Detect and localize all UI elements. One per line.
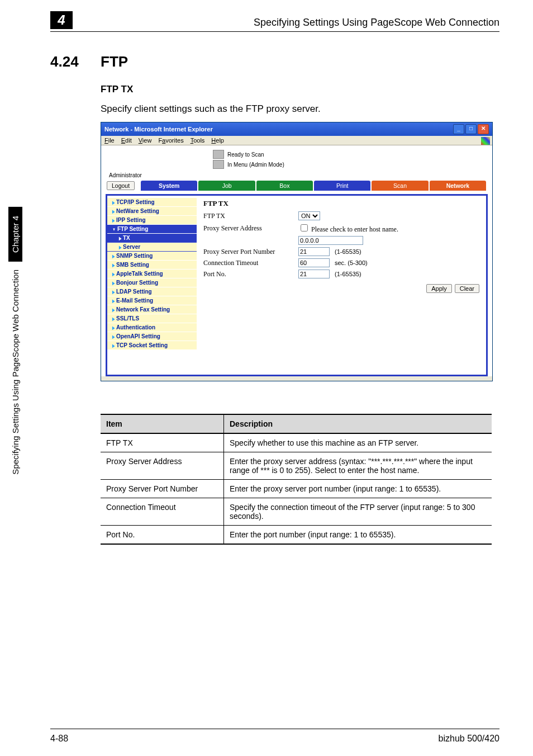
side-vertical: Chapter 4 Specifying Settings Using Page… [7, 207, 23, 520]
window-titlebar: Network - Microsoft Internet Explorer _ … [101, 122, 492, 136]
status-ready: Ready to Scan [227, 152, 264, 158]
tab-scan[interactable]: Scan [372, 181, 428, 191]
section-number: 4.24 [50, 53, 79, 70]
footer-rule [50, 729, 499, 729]
close-icon[interactable]: ✕ [478, 124, 489, 134]
intro-text: Specify client settings such as the FTP … [101, 103, 321, 115]
browser-menubar: File Edit View Favorites Tools Help [101, 136, 492, 145]
table-row: Proxy Server Port Number Enter the proxy… [101, 480, 492, 498]
ftptx-label: FTP TX [203, 212, 298, 220]
nav-auth[interactable]: Authentication [107, 323, 197, 332]
tab-job[interactable]: Job [198, 181, 255, 191]
menu-help[interactable]: Help [211, 137, 224, 144]
menu-view[interactable]: View [139, 137, 152, 144]
ftptx-select[interactable]: ON [298, 211, 320, 220]
proxyport-input[interactable] [298, 247, 330, 256]
apply-button[interactable]: Apply [426, 284, 452, 293]
portno-range: (1-65535) [335, 271, 361, 277]
ie-logo-icon [481, 137, 490, 145]
cell-desc: Enter the proxy server port number (inpu… [224, 480, 492, 498]
tab-bar: Logout System Job Box Print Scan Network [101, 178, 492, 194]
status-mode: In Menu (Admin Mode) [227, 162, 284, 168]
proxyaddr-input[interactable] [298, 236, 363, 245]
conntimeout-input[interactable] [298, 258, 330, 267]
table-row: Port No. Enter the port number (input ra… [101, 526, 492, 545]
maximize-icon[interactable]: □ [465, 124, 477, 134]
right-pane: FTP TX FTP TX ON Proxy Server Address [197, 196, 486, 375]
nav-ftp[interactable]: FTP Setting [107, 225, 197, 234]
scanner-icon [213, 150, 224, 159]
footer-page: 4-88 [50, 734, 68, 744]
th-item: Item [101, 414, 224, 433]
header-rule [50, 31, 499, 32]
nav-snmp[interactable]: SNMP Setting [107, 252, 197, 261]
side-title: Specifying Settings Using PageScope Web … [8, 265, 22, 479]
tab-system[interactable]: System [141, 181, 197, 191]
footer-model: bizhub 500/420 [439, 734, 499, 744]
proxyaddr-label: Proxy Server Address [203, 224, 298, 233]
cell-item: Proxy Server Address [101, 452, 224, 480]
hostname-label: Please check to enter host name. [311, 225, 398, 233]
cell-desc: Specify whether to use this machine as a… [224, 433, 492, 452]
nav-email[interactable]: E-Mail Setting [107, 296, 197, 305]
window-title: Network - Microsoft Internet Explorer [104, 126, 213, 133]
left-nav: TCP/IP Setting NetWare Setting IPP Setti… [107, 196, 197, 375]
tab-network[interactable]: Network [430, 181, 486, 191]
side-chapter: Chapter 4 [8, 207, 22, 262]
clear-button[interactable]: Clear [455, 284, 479, 293]
cell-desc: Enter the port number (input range: 1 to… [224, 526, 492, 545]
section-title: FTP [101, 53, 128, 70]
nav-ftp-server[interactable]: Server [107, 243, 197, 252]
nav-tcpsock[interactable]: TCP Socket Setting [107, 341, 197, 350]
nav-ssl[interactable]: SSL/TLS [107, 314, 197, 323]
description-table: Item Description FTP TX Specify whether … [101, 414, 492, 545]
cell-desc: Specify the connection timeout of the FT… [224, 498, 492, 526]
nav-appletalk[interactable]: AppleTalk Setting [107, 270, 197, 278]
table-row: FTP TX Specify whether to use this machi… [101, 433, 492, 452]
browser-window: Network - Microsoft Internet Explorer _ … [101, 122, 493, 381]
menu-file[interactable]: File [104, 137, 115, 144]
menu-edit[interactable]: Edit [121, 137, 132, 144]
nav-ldap[interactable]: LDAP Setting [107, 287, 197, 296]
cell-item: Port No. [101, 526, 224, 545]
conntimeout-label: Connection Timeout [203, 259, 298, 267]
main-pane: TCP/IP Setting NetWare Setting IPP Setti… [106, 194, 488, 376]
admin-label: Administrator [101, 169, 492, 178]
nav-netfax[interactable]: Network Fax Setting [107, 305, 197, 314]
nav-netware[interactable]: NetWare Setting [107, 207, 197, 216]
proxyport-range: (1-65535) [335, 248, 361, 255]
logout-button[interactable]: Logout [107, 181, 135, 190]
proxyport-label: Proxy Server Port Number [203, 248, 298, 256]
chapter-tab: 4 [50, 11, 73, 29]
th-desc: Description [224, 414, 492, 433]
nav-smb[interactable]: SMB Setting [107, 261, 197, 270]
form-title: FTP TX [203, 199, 479, 208]
cell-item: Proxy Server Port Number [101, 480, 224, 498]
nav-openapi[interactable]: OpenAPI Setting [107, 332, 197, 341]
menu-favorites[interactable]: Favorites [158, 137, 183, 144]
portno-label: Port No. [203, 270, 298, 278]
table-row: Connection Timeout Specify the connectio… [101, 498, 492, 526]
nav-bonjour[interactable]: Bonjour Setting [107, 278, 197, 287]
menu-tools[interactable]: Tools [191, 137, 205, 144]
conntimeout-range: sec. (5-300) [335, 259, 368, 266]
hostname-checkbox[interactable] [301, 224, 308, 231]
portno-input[interactable] [298, 270, 330, 278]
chapter-header: Specifying Settings Using PageScope Web … [254, 17, 499, 29]
nav-tcpip[interactable]: TCP/IP Setting [107, 198, 197, 207]
minimize-icon[interactable]: _ [453, 124, 464, 134]
nav-ftp-tx[interactable]: TX [107, 234, 197, 243]
tab-print[interactable]: Print [314, 181, 370, 191]
sub-heading: FTP TX [101, 84, 133, 95]
nav-ipp[interactable]: IPP Setting [107, 216, 197, 225]
table-row: Proxy Server Address Enter the proxy ser… [101, 452, 492, 480]
cell-item: FTP TX [101, 433, 224, 452]
cell-desc: Enter the proxy server address (syntax: … [224, 452, 492, 480]
mode-icon [213, 160, 224, 169]
cell-item: Connection Timeout [101, 498, 224, 526]
browser-body: Ready to Scan In Menu (Admin Mode) Admin… [101, 145, 492, 376]
tab-box[interactable]: Box [256, 181, 313, 191]
